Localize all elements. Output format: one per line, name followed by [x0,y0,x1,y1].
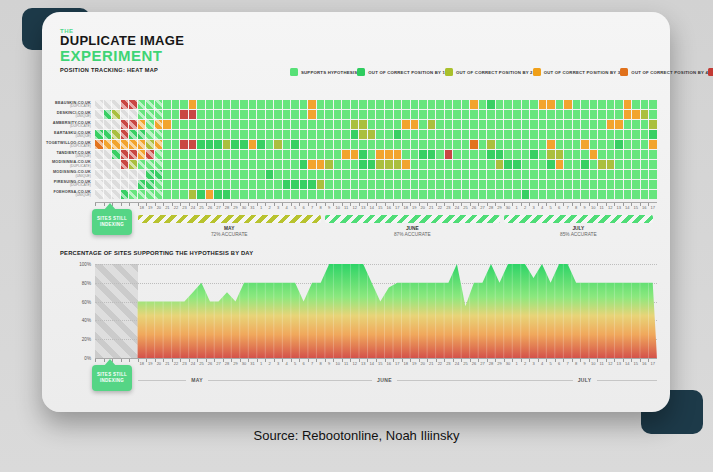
heatmap-cell [129,160,137,169]
heatmap-cell [598,150,606,159]
heatmap-cell [274,100,282,109]
heatmap-cell [402,190,410,199]
axis-day-label: 26 [206,359,215,368]
site-type: (DUPLICATE) [70,165,91,169]
heatmap-cell [487,150,495,159]
heatmap-cell [615,100,623,109]
heatmap-cell [325,110,333,119]
heatmap-cell [189,160,197,169]
heatmap-cell [453,190,461,199]
heatmap-cell [573,140,581,149]
heatmap-cell [428,150,436,159]
heatmap-cell [573,160,581,169]
heatmap-cell [129,170,137,179]
heatmap-cell [547,110,555,119]
heatmap-cell [240,140,248,149]
heatmap-cell [283,100,291,109]
heatmap-cell [300,140,308,149]
heatmap-cell [266,180,274,189]
heatmap-cell [547,180,555,189]
axis-day-label: 28 [223,203,232,212]
axis-day-label: 27 [478,359,487,368]
heatmap-cell [376,190,384,199]
heatmap-cell [581,160,589,169]
heatmap-cell [197,110,205,119]
axis-day-label: 5 [291,359,300,368]
heatmap-cell [632,150,640,159]
heatmap-cell [240,160,248,169]
subtitle: POSITION TRACKING: HEAT MAP [60,68,184,74]
heatmap-cell [308,140,316,149]
heatmap-cell [428,130,436,139]
area-series [138,264,657,358]
heatmap-cell [351,100,359,109]
heatmap-cell [402,140,410,149]
heatmap-cell [590,150,598,159]
heatmap-cell [453,110,461,119]
legend-label: OUT OF CORRECT POSITION BY 3 [544,70,621,75]
heatmap-cell [146,130,154,139]
heatmap-cell [496,170,504,179]
heatmap-cell [240,190,248,199]
axis-day-label: 8 [316,359,325,368]
heatmap-cell [104,140,112,149]
heatmap-cell [155,180,163,189]
heatmap-cell [95,100,103,109]
heatmap-cell [649,130,657,139]
heatmap-cell [317,170,325,179]
heatmap-cell [214,110,222,119]
heatmap-cell [342,120,350,129]
axis-day-label: 5 [546,203,555,212]
heatmap-cell [428,100,436,109]
heatmap-cell [266,130,274,139]
heatmap-cell [615,140,623,149]
heatmap-cell [436,110,444,119]
heatmap-cell [462,190,470,199]
heatmap-cell [146,140,154,149]
heatmap-cell [556,180,564,189]
axis-day-label: 19 [146,203,155,212]
heatmap-cell [206,100,214,109]
axis-day-label: 26 [206,203,215,212]
heatmap-cell [274,140,282,149]
heatmap-cell [240,110,248,119]
heatmap-cell [138,110,146,119]
heatmap-cell [419,140,427,149]
axis-day-label: 28 [487,359,496,368]
heatmap-cell [197,140,205,149]
site-type: (DUPLICATE) [70,145,91,149]
heatmap-cell [223,160,231,169]
heatmap-cell [522,150,530,159]
heatmap-cell [104,100,112,109]
heatmap-cell [479,140,487,149]
site-type: (UNIQUE) [76,194,91,198]
heatmap-cell [206,180,214,189]
heatmap-cell [163,100,171,109]
heatmap-cell [453,150,461,159]
axis-day-label: 6 [299,359,308,368]
sites-still-indexing-badge-top: SITES STILL INDEXING [92,209,132,235]
axis-day-label: 7 [308,359,317,368]
header: THE DUPLICATE IMAGE EXPERIMENT POSITION … [60,28,184,74]
heatmap-cell [513,180,521,189]
heatmap-cell [402,100,410,109]
axis-day-label: 16 [640,203,649,212]
heatmap-cell [539,190,547,199]
heatmap-cell [556,140,564,149]
heatmap-cell [163,140,171,149]
heatmap-cell [351,110,359,119]
heatmap-cell [556,130,564,139]
axis-day-label: 4 [282,203,291,212]
heatmap-cell [436,130,444,139]
heatmap-cell [214,120,222,129]
heatmap-cell [163,190,171,199]
heatmap-cell [607,170,615,179]
heatmap-cell [129,130,137,139]
legend-swatch [708,68,713,76]
heatmap-cell [95,130,103,139]
heatmap-cell [470,130,478,139]
heatmap-cell [163,110,171,119]
heatmap-cell [368,190,376,199]
heatmap-cell [368,110,376,119]
heatmap-row-label: MODISSING.CO.UK(UNIQUE) [52,169,94,179]
